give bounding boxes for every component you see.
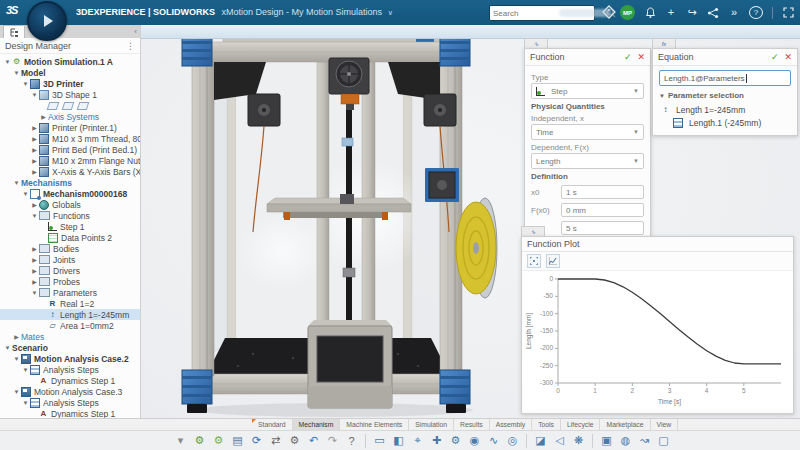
tree-item-parameters[interactable]: ▼Parameters [0, 287, 140, 298]
tree-item-dynamics-step-1[interactable]: ADynamics Step 1 [0, 375, 140, 386]
equation-panel-tab[interactable]: fx [652, 38, 676, 48]
trace-path-icon[interactable]: ↝ [636, 433, 653, 449]
tree-item-mechanisms[interactable]: ▼Mechanisms [0, 177, 140, 188]
tree-expand-icon[interactable]: ▶ [30, 278, 39, 285]
settings-gear-icon[interactable]: ⚙ [286, 433, 303, 449]
redo-icon[interactable]: ↷ [324, 433, 341, 449]
function-type-dropdown[interactable]: Step ▼ [531, 83, 644, 99]
tree-item-dynamics-step-1[interactable]: ADynamics Step 1 [0, 408, 140, 418]
joint-icon[interactable]: ⌖ [409, 433, 426, 449]
tree-item-m10-x-2mm-flange-nut-m10-x-2mm[interactable]: ▶M10 x 2mm Flange Nut (M10 x 2mm... [0, 155, 140, 166]
tree-item-real-1-2[interactable]: RReal 1=2 [0, 298, 140, 309]
bottom-tab-assembly[interactable]: Assembly [490, 419, 532, 430]
tree-expand-icon[interactable]: ▶ [30, 168, 39, 175]
motor-icon[interactable]: ▣ [598, 433, 615, 449]
printer-3d-model[interactable] [163, 36, 508, 418]
sync-refresh-icon[interactable]: ⟳ [248, 433, 265, 449]
parameter-selection-section[interactable]: ▼ Parameter selection [659, 91, 791, 100]
rigid-body-icon[interactable]: ◧ [390, 433, 407, 449]
help-icon[interactable]: ? [343, 433, 360, 449]
tree-expand-icon[interactable]: ▶ [30, 146, 39, 153]
plane-icon[interactable] [77, 102, 90, 110]
tree-expand-icon[interactable]: ▶ [30, 256, 39, 263]
tree-expand-icon[interactable]: ▶ [12, 333, 21, 340]
tree-item-motion-simulation-1-a[interactable]: ▼⚙Motion Simulation.1 A [0, 56, 140, 67]
tree-item-area-1-0mm2[interactable]: ▱Area 1=0mm2 [0, 320, 140, 331]
function-panel-tab[interactable]: ∿ [524, 38, 548, 48]
cancel-button[interactable]: ✕ [784, 52, 792, 62]
plot-options-icon[interactable] [546, 254, 560, 268]
whats-new-icon[interactable]: » [728, 0, 740, 25]
bottom-tab-machine-elements[interactable]: Machine Elements [340, 419, 409, 430]
ok-button[interactable]: ✓ [624, 52, 632, 62]
tree-expand-icon[interactable]: ▼ [12, 356, 21, 362]
tree-item-x-axis-y-axis-bars-x-axis-y-axis[interactable]: ▶X-Axis & Y-Axis Bars (X-Axis & Y-Axis..… [0, 166, 140, 177]
tree-expand-icon[interactable]: ▶ [30, 201, 39, 208]
tree-item-analysis-steps[interactable]: ▼Analysis Steps [0, 397, 140, 408]
bottom-tab-marketplace[interactable]: Marketplace [600, 419, 650, 430]
tree-item-printer-printer-1[interactable]: ▶Printer (Printer.1) [0, 122, 140, 133]
share-arrow-icon[interactable]: ↪ [686, 0, 698, 25]
tree-item-mechanism00000168[interactable]: ▼Mechanism00000168 [0, 188, 140, 199]
bottom-tab-tools[interactable]: Tools [532, 419, 561, 430]
gear-pair-icon[interactable]: ⚙ [447, 433, 464, 449]
new-mechanism-icon[interactable]: ▭ [371, 433, 388, 449]
tree-item-3d-shape-1[interactable]: ▼3D Shape 1 [0, 89, 140, 100]
tree-item-motion-analysis-case-2[interactable]: ▼Motion Analysis Case.2 [0, 353, 140, 364]
app-title[interactable]: xMotion Design - My Motion Simulations [222, 7, 383, 17]
app-menu-caret-icon[interactable]: ∨ [388, 9, 393, 16]
tree-item-data-points-2[interactable]: Data Points 2 [0, 232, 140, 243]
cam-icon[interactable]: ◉ [466, 433, 483, 449]
equation-input[interactable]: Length.1@Parameters [659, 70, 791, 86]
coupler-icon[interactable]: ✚ [428, 433, 445, 449]
tree-expand-icon[interactable]: ▼ [21, 367, 30, 373]
probe-result-icon[interactable]: ▢ [655, 433, 672, 449]
import-export-icon[interactable]: ⇄ [267, 433, 284, 449]
spring-icon[interactable]: ∿ [485, 433, 502, 449]
f-x0-input[interactable]: 0 mm [561, 203, 644, 217]
tree-expand-icon[interactable]: ▶ [30, 157, 39, 164]
dependent-dropdown[interactable]: Length ▼ [531, 153, 644, 169]
tree-item-globals[interactable]: ▶Globals [0, 199, 140, 210]
tree-item-joints[interactable]: ▶Joints [0, 254, 140, 265]
tree-expand-icon[interactable]: ▼ [30, 92, 39, 98]
update-gear-icon[interactable]: ⚙ [191, 433, 208, 449]
bushing-icon[interactable]: ◎ [504, 433, 521, 449]
tree-expand-icon[interactable]: ▶ [30, 245, 39, 252]
bottom-tab-results[interactable]: Results [454, 419, 490, 430]
normal-view-icon[interactable]: ◁ [551, 433, 568, 449]
user-avatar[interactable]: MP [620, 5, 635, 20]
render-style-icon[interactable]: ❋ [570, 433, 587, 449]
share-network-icon[interactable] [707, 7, 719, 19]
tree-item-length-1-245mm[interactable]: ↕Length 1=-245mm [0, 309, 140, 320]
tree-expand-icon[interactable]: ▼ [21, 400, 30, 406]
tree-item-scenario[interactable]: ▼Scenario [0, 342, 140, 353]
x0-input[interactable]: 1 s [561, 185, 644, 199]
tree-item-print-bed-print-bed-1[interactable]: ▶Print Bed (Print Bed.1) [0, 144, 140, 155]
bottom-tab-standard[interactable]: Standard [252, 419, 293, 430]
tree-expand-icon[interactable]: ▼ [12, 389, 21, 395]
tree-expand-icon[interactable]: ▶ [30, 135, 39, 142]
tree-expand-icon[interactable]: ▶ [30, 124, 39, 131]
tree-expand-icon[interactable]: ▼ [21, 191, 30, 197]
save-icon[interactable]: ▤ [229, 433, 246, 449]
tree-item-drivers[interactable]: ▶Drivers [0, 265, 140, 276]
bottom-tab-view[interactable]: View [651, 419, 679, 430]
function-plot-chart[interactable]: 0-50-100-150-200-250-300012345Time [s]Le… [522, 271, 793, 409]
tree-expand-icon[interactable]: ▼ [12, 180, 21, 186]
parameter-item-length-1-245mm[interactable]: Length.1 (-245mm) [659, 116, 791, 129]
tree-expand-icon[interactable]: ▼ [3, 345, 12, 351]
bottom-tab-simulation[interactable]: Simulation [409, 419, 454, 430]
tree-expand-icon[interactable]: ▶ [39, 113, 48, 120]
parameter-item-length-1-245mm[interactable]: ↕Length 1=-245mm [659, 103, 791, 116]
tree-item-plane-icons[interactable] [0, 100, 140, 111]
tree-item-analysis-steps[interactable]: ▼Analysis Steps [0, 364, 140, 375]
tree-view-tab[interactable] [3, 25, 25, 38]
undo-icon[interactable]: ↶ [305, 433, 322, 449]
bottom-tab-lifecycle[interactable]: Lifecycle [561, 419, 600, 430]
tree-expand-icon[interactable]: ▼ [3, 59, 12, 65]
tree-expand-icon[interactable]: ▼ [12, 70, 21, 76]
tree-item-motion-analysis-case-3[interactable]: ▼Motion Analysis Case.3 [0, 386, 140, 397]
notification-bell-icon[interactable] [644, 7, 656, 19]
tree-item-bodies[interactable]: ▶Bodies [0, 243, 140, 254]
